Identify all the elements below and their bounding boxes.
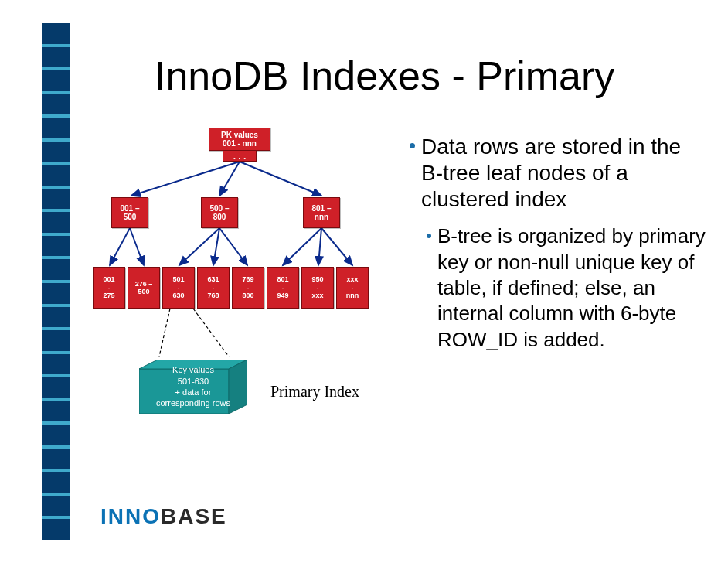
tree-level1-node: 801 – nnn — [303, 197, 340, 228]
svg-line-12 — [193, 309, 229, 357]
svg-line-11 — [159, 309, 170, 357]
svg-line-8 — [283, 228, 321, 265]
bullet-level1: Data rows are stored in the B-tree leaf … — [410, 134, 707, 213]
btree-diagram: PK values 001 - nnn . . . 001 – 500 500 … — [93, 128, 402, 452]
tree-leaf-node: 631 - 768 — [197, 267, 230, 309]
tree-leaf-node: 001 - 275 — [93, 267, 125, 309]
logo-part1: INNO — [100, 504, 161, 528]
svg-line-0 — [131, 162, 240, 196]
svg-line-1 — [219, 162, 240, 196]
svg-line-9 — [318, 228, 321, 265]
arrows-svg — [93, 128, 402, 360]
tree-leaf-node: 501 - 630 — [162, 267, 195, 309]
tree-root-ellipsis: . . . — [223, 151, 257, 162]
root-line2: 001 - nnn — [223, 139, 257, 148]
svg-line-6 — [213, 228, 219, 265]
bullet-content: Data rows are stored in the B-tree leaf … — [410, 134, 707, 353]
tree-level1-node: 001 – 500 — [111, 197, 148, 228]
svg-line-4 — [130, 228, 144, 265]
logo-part2: BASE — [161, 504, 227, 528]
svg-line-3 — [110, 228, 130, 265]
tree-root-node: PK values 001 - nnn — [209, 128, 270, 151]
svg-line-7 — [219, 228, 247, 265]
primary-index-label: Primary Index — [270, 383, 359, 401]
bullet-text: Data rows are stored in the B-tree leaf … — [421, 134, 707, 213]
side-accent-strip — [42, 23, 70, 540]
tree-leaf-node: 950 - xxx — [301, 267, 334, 309]
svg-line-5 — [179, 228, 219, 265]
bullet-dot-icon — [410, 143, 415, 148]
svg-marker-15 — [229, 360, 247, 414]
tree-leaf-node: xxx - nnn — [336, 267, 369, 309]
data-block-label: Key values501-630+ data forcorresponding… — [156, 364, 230, 408]
root-line1: PK values — [221, 131, 258, 140]
svg-line-2 — [240, 162, 321, 196]
bullet-text: B-tree is organized by primary key or no… — [437, 223, 707, 352]
tree-leaf-node: 769 - 800 — [232, 267, 264, 309]
data-block: Key values501-630+ data forcorresponding… — [139, 360, 247, 414]
tree-leaf-node: 276 – 500 — [128, 267, 160, 309]
tree-leaf-node: 801 - 949 — [267, 267, 299, 309]
tree-level1-node: 500 – 800 — [201, 197, 238, 228]
bullet-level2: B-tree is organized by primary key or no… — [427, 223, 707, 352]
bullet-dot-icon — [427, 234, 431, 238]
innobase-logo: INNOBASE — [100, 504, 227, 529]
slide-title: InnoDB Indexes - Primary — [155, 53, 614, 99]
svg-line-10 — [321, 228, 352, 265]
